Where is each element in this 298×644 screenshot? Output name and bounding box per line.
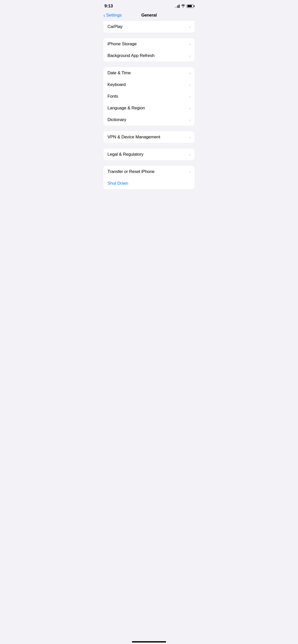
status-bar: 9:13 [99, 0, 199, 11]
settings-content: CarPlay › iPhone Storage › Background Ap… [99, 21, 199, 189]
date-time-label: Date & Time [107, 70, 131, 76]
fonts-label: Fonts [107, 94, 118, 99]
dictionary-label: Dictionary [107, 117, 126, 122]
reset-group: Transfer or Reset iPhone › Shut Down [103, 166, 195, 189]
back-label: Settings [106, 13, 122, 18]
vpn-device-management-row[interactable]: VPN & Device Management › [103, 131, 195, 143]
dictionary-row[interactable]: Dictionary › [103, 114, 195, 126]
fonts-row[interactable]: Fonts › [103, 91, 195, 102]
shut-down-label: Shut Down [107, 181, 128, 186]
background-app-refresh-chevron-icon: › [189, 54, 191, 58]
keyboard-chevron-icon: › [189, 83, 191, 87]
legal-regulatory-row[interactable]: Legal & Regulatory › [103, 149, 195, 160]
back-chevron-icon: ‹ [103, 13, 105, 18]
status-icons [175, 4, 194, 8]
locale-group: Date & Time › Keyboard › Fonts › Languag… [103, 67, 195, 126]
language-region-chevron-icon: › [189, 106, 191, 110]
status-time: 9:13 [104, 4, 113, 9]
transfer-reset-row[interactable]: Transfer or Reset iPhone › [103, 166, 195, 178]
fonts-chevron-icon: › [189, 94, 191, 99]
keyboard-row[interactable]: Keyboard › [103, 79, 195, 91]
iphone-storage-label: iPhone Storage [107, 41, 137, 47]
language-region-row[interactable]: Language & Region › [103, 102, 195, 114]
wifi-icon [181, 4, 185, 8]
carplay-row[interactable]: CarPlay › [103, 21, 195, 33]
vpn-device-management-label: VPN & Device Management [107, 135, 160, 140]
transfer-reset-label: Transfer or Reset iPhone [107, 169, 155, 174]
page-title: General [141, 13, 157, 18]
background-app-refresh-label: Background App Refresh [107, 53, 155, 58]
storage-group: iPhone Storage › Background App Refresh … [103, 38, 195, 62]
signal-icon [175, 5, 180, 8]
language-region-label: Language & Region [107, 106, 145, 111]
carplay-chevron-icon: › [189, 25, 191, 29]
carplay-group: CarPlay › [103, 21, 195, 33]
date-time-chevron-icon: › [189, 71, 191, 75]
vpn-group: VPN & Device Management › [103, 131, 195, 143]
carplay-label: CarPlay [107, 24, 123, 29]
nav-bar: ‹ Settings General [99, 11, 199, 21]
shut-down-row[interactable]: Shut Down [103, 178, 195, 189]
transfer-reset-chevron-icon: › [189, 170, 191, 174]
dictionary-chevron-icon: › [189, 118, 191, 122]
legal-regulatory-label: Legal & Regulatory [107, 152, 143, 157]
vpn-device-management-chevron-icon: › [189, 135, 191, 139]
iphone-storage-chevron-icon: › [189, 42, 191, 46]
iphone-storage-row[interactable]: iPhone Storage › [103, 38, 195, 50]
battery-icon [187, 5, 194, 8]
date-time-row[interactable]: Date & Time › [103, 67, 195, 79]
legal-regulatory-chevron-icon: › [189, 152, 191, 157]
keyboard-label: Keyboard [107, 82, 126, 87]
back-button[interactable]: ‹ Settings [103, 13, 122, 18]
background-app-refresh-row[interactable]: Background App Refresh › [103, 50, 195, 62]
legal-group: Legal & Regulatory › [103, 149, 195, 160]
